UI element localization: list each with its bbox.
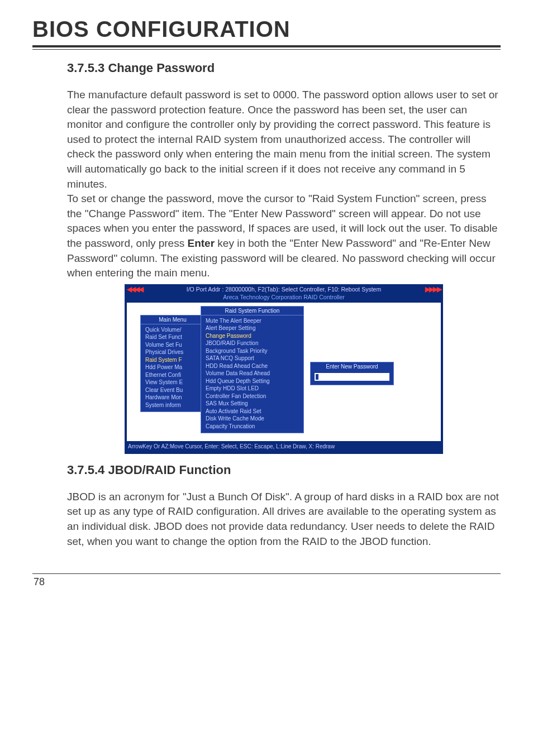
- raid-func-item[interactable]: SATA NCQ Support: [206, 355, 299, 362]
- main-menu-item[interactable]: Volume Set Fu: [145, 341, 200, 349]
- bios-footer: ArrowKey Or AZ:Move Cursor, Enter: Selec…: [125, 442, 443, 451]
- section-heading-change-password: 3.7.5.3 Change Password: [67, 61, 501, 75]
- section-heading-jbod: 3.7.5.4 JBOD/RAID Function: [67, 463, 501, 477]
- main-menu-item[interactable]: Raid Set Funct: [145, 333, 200, 341]
- raid-func-item[interactable]: Mute The Alert Beeper: [206, 317, 299, 325]
- raid-func-title: Raid System Function: [201, 307, 303, 315]
- raid-func-item[interactable]: Auto Activate Raid Set: [206, 408, 299, 415]
- arrows-right-icon: ▶▶▶▶: [425, 285, 441, 293]
- main-menu-item[interactable]: Physical Drives: [145, 348, 200, 356]
- main-menu-item[interactable]: Ethernet Confi: [145, 371, 200, 379]
- raid-func-item[interactable]: Capacity Truncation: [206, 423, 299, 430]
- bios-screenshot: ◀◀◀◀ ▶▶▶▶ I/O Port Addr : 28000000h, F2(…: [67, 284, 501, 454]
- bios-header-line2: Areca Technology Corporation RAID Contro…: [129, 293, 439, 300]
- raid-func-item[interactable]: Volume Data Read Ahead: [206, 370, 299, 377]
- content-area: 3.7.5.3 Change Password The manufacture …: [32, 61, 501, 588]
- title-underline: [32, 45, 501, 50]
- main-menu-box: Main Menu Quick Volume/Raid Set FunctVol…: [140, 315, 205, 413]
- bios-body: Main Menu Quick Volume/Raid Set FunctVol…: [127, 303, 441, 441]
- page-number: 78: [32, 576, 501, 588]
- bottom-divider: [32, 573, 501, 574]
- new-password-title: Enter New Password: [311, 362, 393, 371]
- main-menu-items: Quick Volume/Raid Set FunctVolume Set Fu…: [141, 324, 204, 412]
- paragraph-1: The manufacture default password is set …: [67, 88, 501, 192]
- page-title: BIOS CONFIGURATION: [32, 17, 501, 42]
- raid-system-function-box: Raid System Function Mute The Alert Beep…: [201, 306, 304, 434]
- raid-func-item[interactable]: Change Password: [206, 332, 299, 340]
- main-menu-item[interactable]: Raid System F: [145, 356, 200, 364]
- main-menu-item[interactable]: Clear Event Bu: [145, 386, 200, 394]
- raid-func-item[interactable]: Background Task Priority: [206, 347, 299, 355]
- raid-func-item[interactable]: SAS Mux Setting: [206, 400, 299, 408]
- new-password-input[interactable]: [315, 373, 389, 381]
- paragraph-jbod: JBOD is an acronym for "Just a Bunch Of …: [67, 490, 501, 549]
- raid-func-items: Mute The Alert BeeperAlert Beeper Settin…: [201, 315, 303, 433]
- raid-func-item[interactable]: Disk Write Cache Mode: [206, 415, 299, 423]
- raid-func-item[interactable]: Hdd Queue Depth Setting: [206, 377, 299, 385]
- bios-window: ◀◀◀◀ ▶▶▶▶ I/O Port Addr : 28000000h, F2(…: [125, 284, 443, 454]
- main-menu-title: Main Menu: [141, 315, 204, 324]
- raid-func-item[interactable]: Controller Fan Detection: [206, 393, 299, 400]
- main-menu-item[interactable]: Hdd Power Ma: [145, 363, 200, 371]
- arrows-left-icon: ◀◀◀◀: [127, 285, 142, 293]
- paragraph-2: To set or change the password, move the …: [67, 192, 501, 281]
- raid-func-item[interactable]: Alert Beeper Setting: [206, 324, 299, 332]
- bios-header-line1: I/O Port Addr : 28000000h, F2(Tab): Sele…: [129, 286, 439, 293]
- main-menu-item[interactable]: Hardware Mon: [145, 394, 200, 401]
- raid-func-item[interactable]: JBOD/RAID Function: [206, 339, 299, 347]
- enter-new-password-box: Enter New Password: [310, 362, 394, 385]
- main-menu-item[interactable]: Quick Volume/: [145, 326, 200, 334]
- raid-func-item[interactable]: HDD Read Ahead Cache: [206, 362, 299, 370]
- raid-func-item[interactable]: Empty HDD Slot LED: [206, 385, 299, 393]
- main-menu-item[interactable]: System inform: [145, 401, 200, 409]
- text-cursor-icon: [316, 374, 318, 380]
- enter-key-label: Enter: [187, 237, 215, 249]
- main-menu-item[interactable]: View System E: [145, 379, 200, 386]
- bios-header: ◀◀◀◀ ▶▶▶▶ I/O Port Addr : 28000000h, F2(…: [125, 284, 443, 302]
